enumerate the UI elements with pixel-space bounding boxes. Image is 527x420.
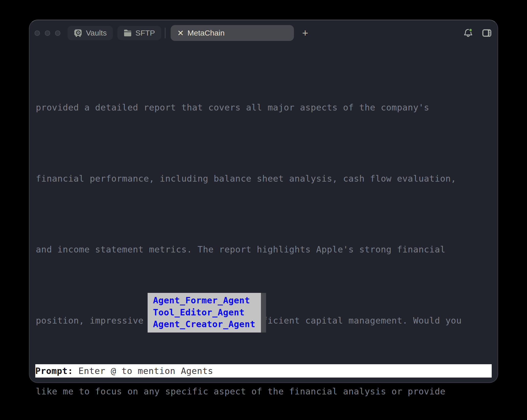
agent-mention-list: Agent_Former_Agent Tool_Editor_Agent Age…: [148, 293, 261, 333]
assistant-line: position, impressive profitability, and …: [36, 309, 498, 333]
prompt-bar[interactable]: Prompt: Enter @ to mention Agents: [35, 364, 492, 378]
dropdown-scrollbar[interactable]: [261, 293, 266, 333]
tab-metachain-label: MetaChain: [188, 29, 225, 37]
tab-sftp[interactable]: SFTP: [117, 26, 161, 40]
tab-vaults-label: Vaults: [86, 29, 107, 37]
vault-icon: [74, 29, 82, 37]
tab-bar: Vaults SFTP ✕ MetaChain +: [29, 20, 498, 46]
tab-divider: [165, 28, 166, 38]
maximize-window-button[interactable]: [55, 30, 60, 36]
tab-sftp-label: SFTP: [135, 29, 155, 37]
new-tab-button[interactable]: +: [301, 28, 310, 38]
folder-icon: [124, 29, 132, 37]
assistant-line: and income statement metrics. The report…: [36, 238, 498, 261]
assistant-line: financial performance, including balance…: [36, 167, 498, 191]
assistant-line: provided a detailed report that covers a…: [36, 96, 498, 119]
agent-mention-dropdown: Agent_Former_Agent Tool_Editor_Agent Age…: [148, 293, 266, 333]
notifications-button[interactable]: [463, 28, 474, 38]
prompt-hint: Enter @ to mention Agents: [79, 366, 213, 376]
close-window-button[interactable]: [35, 30, 40, 36]
assistant-line: like me to focus on any specific aspect …: [36, 380, 498, 403]
prompt-label: Prompt:: [35, 366, 79, 376]
dropdown-item-agent-creator[interactable]: Agent_Creator_Agent: [153, 318, 255, 330]
x-icon: ✕: [177, 29, 184, 37]
dropdown-item-agent-former[interactable]: Agent_Former_Agent: [153, 294, 255, 306]
sidebar-panel-icon: [482, 29, 491, 37]
tab-vaults[interactable]: Vaults: [68, 26, 113, 40]
terminal-window: Vaults SFTP ✕ MetaChain +: [29, 20, 498, 383]
panel-toggle-button[interactable]: [482, 29, 491, 37]
dropdown-item-tool-editor[interactable]: Tool_Editor_Agent: [153, 306, 255, 318]
traffic-lights: [35, 30, 60, 36]
minimize-window-button[interactable]: [45, 30, 50, 36]
bell-icon: [463, 28, 474, 38]
tab-metachain-active[interactable]: ✕ MetaChain: [171, 25, 294, 41]
